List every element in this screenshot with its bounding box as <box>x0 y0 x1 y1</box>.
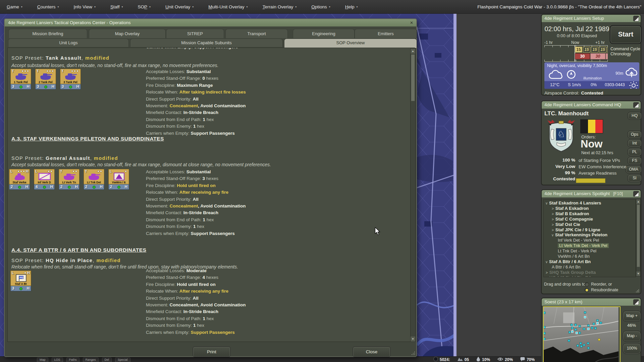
chevron-collapsed-icon[interactable]: > <box>552 218 554 221</box>
weather-box: Night, overcast, visibility 7,500m illum… <box>544 62 639 89</box>
scroll-down-icon[interactable]: ▼ <box>411 337 415 342</box>
menu-game[interactable]: Game▾ <box>7 4 22 9</box>
statusbar-map-button[interactable]: Map <box>37 357 48 362</box>
panel-popout-icon[interactable] <box>633 191 639 197</box>
hq-int-button[interactable]: Int <box>628 139 642 147</box>
menu-options[interactable]: Options▾ <box>311 4 330 9</box>
tab-sitrep[interactable]: SITREP <box>166 29 224 38</box>
chevron-collapsed-icon[interactable]: > <box>546 271 548 275</box>
tree-item-staf-eskadron-4-lansiers[interactable]: vStaf Eskadron 4 Lansiers <box>546 200 601 206</box>
panel-popout-icon[interactable] <box>633 102 639 108</box>
map-zoom-full-button[interactable]: 100% <box>623 343 641 354</box>
unit-counter-lt-tnk-det[interactable]: TLt Tnk Det2H <box>84 169 104 190</box>
tree-item-lt-verk-tnk-det-verk-pel[interactable]: Lt Verk Tnk Det - Verk Pel <box>558 243 609 248</box>
tab-map-overlay[interactable]: Map Overlay <box>89 29 166 38</box>
menu-sop[interactable]: SOP▾ <box>138 4 151 9</box>
unit-counter-3-tank-pel[interactable]: T3 Tank Pel3H <box>60 69 81 89</box>
status-dot-icon <box>68 186 71 189</box>
tab-engineering[interactable]: Engineering <box>293 29 355 38</box>
content-scrollbar[interactable]: ▲ ▼ <box>410 48 416 342</box>
unit-marker <box>575 324 577 326</box>
tree-item-vwwrn-6-art-bn[interactable]: VwWrn / 6 Art Bn <box>558 254 590 259</box>
tree-item-staf-ost-cie[interactable]: >Staf Ost Cie <box>552 222 580 227</box>
tree-item-staf-c-compagnie[interactable]: >Staf C Compagnie <box>552 217 593 222</box>
hq-oma-button[interactable]: OMA <box>626 166 642 173</box>
chevron-expanded-icon[interactable]: v <box>546 201 547 205</box>
counter-strength: 3 <box>12 84 14 88</box>
panel-resize-grip[interactable] <box>635 289 640 293</box>
menu-counters[interactable]: Counters▾ <box>37 4 59 9</box>
panel-popout-icon[interactable] <box>633 16 639 21</box>
tab-mission-briefing[interactable]: Mission Briefing <box>8 29 87 38</box>
map-zoom-in-button[interactable]: Map + <box>623 311 641 321</box>
scroll-thumb[interactable] <box>411 54 415 101</box>
statusbar-special-button[interactable]: Special <box>115 357 130 362</box>
statusbar-ranges-button[interactable]: Ranges <box>83 357 99 362</box>
map-zoom-out-button[interactable]: Map - <box>623 331 641 342</box>
unit-counter-lt-verk-tn[interactable]: TLt Verk Tn2H <box>59 169 79 190</box>
tab-unit-logs[interactable]: Unit Logs <box>8 39 129 47</box>
hq-pl-button[interactable]: PL <box>628 148 642 156</box>
menu-staff[interactable]: Staff▾ <box>110 4 123 9</box>
statusbar-los-button[interactable]: LOS <box>52 357 63 362</box>
menu-unit-overlay[interactable]: Unit Overlay▾ <box>165 4 194 9</box>
tree-item-staf-verkennings-peleton[interactable]: vStaf Verkennings Peleton <box>552 232 607 238</box>
tab-mission-capable-subunits[interactable]: Mission Capable Subunits <box>130 39 283 47</box>
close-button[interactable]: Close <box>353 347 390 357</box>
hq-fs-button[interactable]: FS <box>628 157 642 165</box>
tree-item-lt-tnk-det-verk-pel[interactable]: Lt Tnk Det - Verk Pel <box>558 248 596 254</box>
tree-item-staf-b-eskadron[interactable]: >Staf B Eskadron <box>552 211 589 217</box>
statusbar-del-button[interactable]: Del <box>102 357 112 362</box>
unit-counter-vwwrn-6[interactable]: LVwWrn / 62H <box>108 169 129 190</box>
scroll-down-icon[interactable]: ▼ <box>636 272 640 276</box>
menu-terrain-overlay[interactable]: Terrain Overlay▾ <box>263 4 297 9</box>
chevron-collapsed-icon[interactable]: > <box>552 223 554 227</box>
tree-item-staf-jpk-cie-9-ligne[interactable]: >Staf JPK Cie / 9 Ligne <box>552 227 600 233</box>
panel-popout-icon[interactable] <box>633 299 639 305</box>
chevron-expanded-icon[interactable]: v <box>552 233 553 237</box>
resubordinate-radio[interactable] <box>585 288 589 292</box>
unit-counter-2-tank-pel[interactable]: T2 Tank Pel3H <box>35 69 56 89</box>
scroll-up-icon[interactable]: ▲ <box>636 199 640 204</box>
tab-emitters[interactable]: Emitters <box>355 29 417 38</box>
statusbar-paths-button[interactable]: Paths <box>66 357 79 362</box>
menu-help[interactable]: Help▾ <box>345 4 358 9</box>
menu-label: Info View <box>74 4 92 9</box>
tree-item-staf-a-eskadron[interactable]: >Staf A Eskadron <box>552 206 589 211</box>
unit-counter-staf-verke[interactable]: LHStaf Verke2H <box>9 169 30 190</box>
unit-marker <box>569 331 571 334</box>
hq-si-button[interactable]: SI <box>628 174 642 182</box>
tree-item-hq-143-field-bty-ra[interactable]: >HQ 143 Field Bty RA <box>546 275 592 277</box>
tree-item-shq-task-group-delta[interactable]: >SHQ Task Group Delta <box>546 270 596 275</box>
unit-counter-staf-a-bt[interactable]: LHHQStaf A Bt3H <box>10 270 31 291</box>
hq-hq-button[interactable]: HQ <box>628 112 642 120</box>
reorder-option[interactable]: Reorder, or <box>585 282 612 287</box>
print-button[interactable]: Print <box>193 347 230 357</box>
scroll-up-icon[interactable]: ▲ <box>411 49 415 54</box>
chevron-collapsed-icon[interactable]: > <box>552 207 554 210</box>
scroll-thumb[interactable] <box>637 204 640 267</box>
menu-multi-unit-overlay[interactable]: Multi-Unit Overlay▾ <box>208 4 248 9</box>
unit-marker <box>544 312 545 314</box>
tree-item-a-bttr-6-art-bn[interactable]: A Bttr / 6 Art Bn <box>552 264 580 270</box>
tree-scrollbar[interactable]: ▲ ▼ <box>636 199 641 277</box>
chevron-collapsed-icon[interactable]: > <box>552 228 554 232</box>
tree-item-staf-a-bttr-6-art-bn[interactable]: vStaf A Bttr / 6 Art Bn <box>546 259 591 264</box>
chevron-collapsed-icon[interactable]: > <box>552 212 554 216</box>
resubordinate-option[interactable]: Resubordinate <box>585 288 618 292</box>
menu-info-view[interactable]: Info View▾ <box>74 4 96 9</box>
attr-value: Avoid Contamination <box>200 203 246 208</box>
close-icon[interactable]: ✕ <box>409 20 414 25</box>
tab-sop-overview[interactable]: SOP Overview <box>284 39 417 48</box>
minimap-thumbnail[interactable] <box>543 306 621 362</box>
chevron-expanded-icon[interactable]: v <box>546 260 547 264</box>
start-button[interactable]: Start <box>610 25 642 44</box>
unit-counter-inf-verk-d[interactable]: LInf Verk D4H <box>34 169 55 190</box>
dialog-resize-grip[interactable] <box>411 351 416 356</box>
tab-transport[interactable]: Transport <box>225 29 288 38</box>
hq-ops-button[interactable]: Ops <box>628 131 642 138</box>
reorder-radio[interactable] <box>585 282 589 287</box>
tree-item-inf-verk-det-verk-pel[interactable]: Inf Verk Det - Verk Pel <box>558 238 599 243</box>
unit-counter-1-tank-pel[interactable]: T1 Tank Pel3H <box>10 69 31 89</box>
chevron-collapsed-icon[interactable]: > <box>546 276 548 277</box>
